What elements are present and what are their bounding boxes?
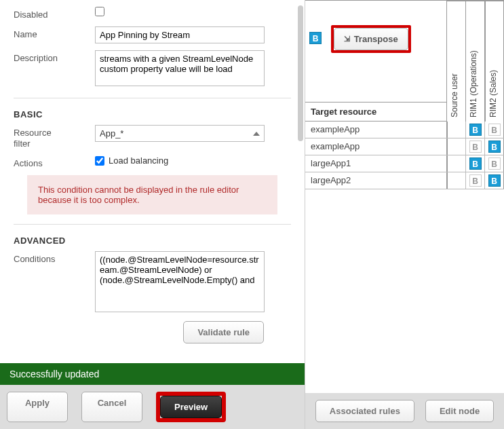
description-label: Description [14, 50, 95, 63]
table-row: exampleApp B B [305, 138, 504, 155]
actions-label: Actions [14, 155, 95, 168]
table-row: largeApp2 B B [305, 172, 504, 189]
transpose-button[interactable]: ⇲ Transpose [334, 28, 408, 50]
preview-rows: exampleApp B B exampleApp B B largeApp1 [305, 122, 504, 189]
load-balancing-label: Load balancing [109, 155, 168, 166]
transpose-label: Transpose [354, 34, 398, 44]
target-resource-header: Target resource [305, 102, 447, 122]
resource-cell: largeApp1 [305, 155, 447, 172]
load-balancing-checkbox[interactable] [95, 156, 104, 166]
col-header-rim1: RIM1 (Operations) [466, 1, 485, 122]
conditions-label: Conditions [14, 251, 95, 264]
advanced-heading: ADVANCED [14, 236, 291, 246]
right-action-bar: Associated rules Edit node [305, 393, 504, 429]
transpose-highlight: ⇲ Transpose [331, 25, 411, 53]
resource-filter-label: Resourcefilter [14, 125, 95, 149]
resource-filter-value: App_* [100, 128, 123, 138]
grant-badge: B [469, 124, 482, 136]
validate-rule-button[interactable]: Validate rule [183, 321, 264, 343]
left-action-bar: Apply Cancel Preview [0, 385, 305, 429]
grant-badge: B [488, 174, 501, 187]
status-message: Successfully updated [0, 363, 305, 385]
grant-badge: B [488, 141, 501, 153]
resource-cell: largeApp2 [305, 172, 447, 189]
grant-badge-off: B [469, 174, 482, 187]
grant-badge-off: B [488, 157, 501, 170]
preview-button[interactable]: Preview [160, 396, 222, 418]
basic-heading: BASIC [14, 109, 291, 119]
edit-node-button[interactable]: Edit node [425, 400, 494, 422]
description-input[interactable]: streams with a given StreamLevelNode cus… [95, 50, 265, 86]
table-row: exampleApp B B [305, 122, 504, 138]
resource-filter-select[interactable]: App_* [95, 125, 265, 142]
conditions-input[interactable]: ((node.@StreamLevelNode=resource.stream.… [95, 251, 265, 312]
rule-editor-panel: Disabled Name Description streams with a… [0, 0, 305, 429]
resource-cell: exampleApp [305, 122, 447, 138]
grant-badge-off: B [488, 124, 501, 136]
preview-highlight: Preview [156, 392, 226, 422]
cancel-button[interactable]: Cancel [81, 392, 142, 422]
col-header-source-user: Source user [447, 1, 466, 122]
name-label: Name [14, 26, 95, 39]
table-row: largeApp1 B B [305, 155, 504, 172]
grant-badge: B [469, 157, 482, 170]
scrollbar[interactable] [298, 5, 303, 141]
caret-up-icon [253, 132, 260, 136]
associated-rules-button[interactable]: Associated rules [315, 400, 414, 422]
resource-cell: exampleApp [305, 138, 447, 155]
name-input[interactable] [95, 26, 265, 43]
transpose-icon: ⇲ [344, 35, 350, 43]
disabled-checkbox[interactable] [95, 7, 104, 16]
legend-badge: B [309, 32, 322, 44]
grant-badge-off: B [469, 141, 482, 153]
apply-button[interactable]: Apply [7, 392, 68, 422]
col-header-rim2: RIM2 (Sales) [485, 1, 504, 122]
complexity-warning: This condition cannot be displayed in th… [27, 175, 277, 214]
disabled-label: Disabled [14, 7, 95, 20]
preview-panel: B ⇲ Transpose Target resource [305, 0, 504, 429]
